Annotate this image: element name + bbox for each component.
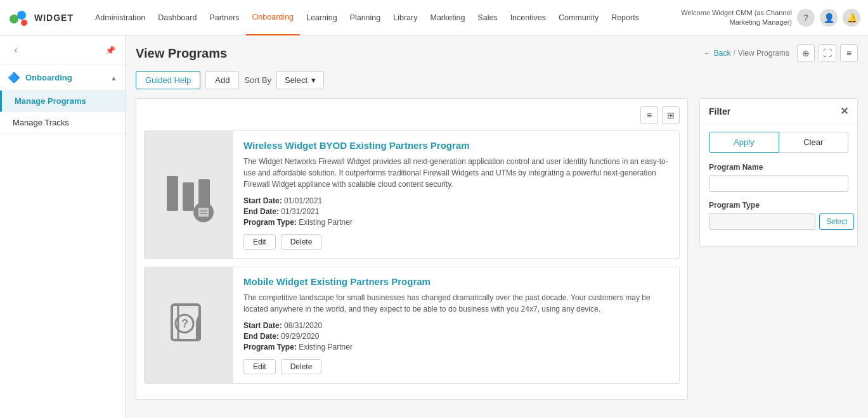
notification-icon[interactable]: 🔔 xyxy=(843,9,860,27)
main-content: View Programs ← Back / View Programs ⊕ ⛶… xyxy=(126,35,868,418)
program-card-1: Wireless Widget BYOD Existing Partners P… xyxy=(144,130,680,259)
content-inner: View Programs ← Back / View Programs ⊕ ⛶… xyxy=(136,44,858,400)
logo: WIDGET xyxy=(8,6,77,29)
nav-item-dashboard[interactable]: Dashboard xyxy=(152,0,203,35)
program-title-1: Wireless Widget BYOD Existing Partners P… xyxy=(243,140,669,151)
breadcrumb: ← Back / View Programs xyxy=(704,49,789,58)
nav-item-learning[interactable]: Learning xyxy=(300,0,344,35)
chevron-up-icon: ▲ xyxy=(110,74,117,82)
nav-item-onboarding[interactable]: Onboarding xyxy=(246,0,300,35)
sidebar-section-label: Onboarding xyxy=(25,73,72,82)
user-icon[interactable]: 👤 xyxy=(820,9,838,27)
logo-icon xyxy=(8,6,30,29)
nav-links: Administration Dashboard Partners Onboar… xyxy=(89,0,678,35)
svg-rect-14 xyxy=(196,321,201,340)
svg-point-1 xyxy=(17,11,26,20)
nav-item-reports[interactable]: Reports xyxy=(605,0,645,35)
program-meta-start-1: Start Date: 01/01/2021 xyxy=(243,196,669,205)
programs-top-bar: ≡ ⊞ xyxy=(144,106,680,124)
pin-view-button[interactable]: ⊕ xyxy=(797,44,815,62)
programs-column: ≡ ⊞ xyxy=(136,98,690,400)
program-name-input[interactable] xyxy=(709,175,848,192)
program-meta-start-2: Start Date: 08/31/2020 xyxy=(243,321,669,330)
main-layout: ‹ 📌 🔷 Onboarding ▲ Manage Programs Manag… xyxy=(0,35,868,418)
sort-select-button[interactable]: Select ▾ xyxy=(276,71,324,89)
back-arrow-icon: ← xyxy=(704,49,711,58)
program-thumb-1 xyxy=(145,131,233,258)
add-button[interactable]: Add xyxy=(205,71,239,89)
delete-button-2[interactable]: Delete xyxy=(281,359,322,374)
svg-point-0 xyxy=(10,15,18,23)
menu-view-button[interactable]: ≡ xyxy=(840,44,858,62)
program-image-1 xyxy=(160,167,217,224)
sidebar: ‹ 📌 🔷 Onboarding ▲ Manage Programs Manag… xyxy=(0,35,126,418)
sidebar-top: ‹ 📌 xyxy=(0,35,125,65)
nav-right: Welcome Widget CMM (as Channel Marketing… xyxy=(678,8,860,27)
filter-close-button[interactable]: ✕ xyxy=(840,105,848,117)
program-thumb-2: ? xyxy=(145,267,233,383)
program-title-2: Mobile Widget Existing Partners Program xyxy=(243,276,669,287)
breadcrumb-separator: / xyxy=(734,49,735,58)
top-navigation: WIDGET Administration Dashboard Partners… xyxy=(0,0,868,35)
program-meta-type-2: Program Type: Existing Partner xyxy=(243,343,669,352)
sidebar-item-manage-tracks[interactable]: Manage Tracks xyxy=(0,112,125,134)
program-desc-2: The competitive landscape for small busi… xyxy=(243,292,669,315)
grid-view-button[interactable]: ⊞ xyxy=(662,106,680,124)
page-title: View Programs xyxy=(136,46,704,61)
list-view-button[interactable]: ≡ xyxy=(640,106,658,124)
filter-title: Filter xyxy=(709,106,840,117)
programs-area: ≡ ⊞ xyxy=(136,98,688,400)
content-with-filter: ≡ ⊞ xyxy=(136,98,858,400)
logo-text: WIDGET xyxy=(34,13,74,23)
nav-item-sales[interactable]: Sales xyxy=(471,0,503,35)
svg-point-2 xyxy=(21,20,27,26)
program-actions-2: Edit Delete xyxy=(243,359,669,374)
program-meta-end-1: End Date: 01/31/2021 xyxy=(243,207,669,216)
nav-item-library[interactable]: Library xyxy=(387,0,424,35)
edit-button-1[interactable]: Edit xyxy=(243,234,276,250)
toolbar: Guided Help Add Sort By Select ▾ xyxy=(136,71,858,89)
expand-view-button[interactable]: ⛶ xyxy=(819,44,836,62)
program-name-label: Program Name xyxy=(709,163,848,172)
edit-button-2[interactable]: Edit xyxy=(243,359,276,374)
nav-item-incentives[interactable]: Incentives xyxy=(504,0,552,35)
chevron-down-icon: ▾ xyxy=(311,75,316,85)
breadcrumb-back[interactable]: Back xyxy=(714,49,731,58)
delete-button-1[interactable]: Delete xyxy=(281,234,322,250)
help-icon[interactable]: ? xyxy=(797,9,815,27)
filter-clear-button[interactable]: Clear xyxy=(779,132,849,153)
program-image-2: ? xyxy=(160,297,217,354)
guided-help-button[interactable]: Guided Help xyxy=(136,71,200,89)
header-actions: ⊕ ⛶ ≡ xyxy=(797,44,858,62)
svg-rect-7 xyxy=(198,208,209,217)
program-type-row: Select xyxy=(709,213,848,230)
program-meta-end-2: End Date: 09/29/2020 xyxy=(243,332,669,341)
sidebar-pin-button[interactable]: 📌 xyxy=(103,43,117,57)
program-type-select-button[interactable]: Select xyxy=(819,213,854,230)
program-type-input[interactable] xyxy=(709,213,815,230)
sidebar-section-onboarding[interactable]: 🔷 Onboarding ▲ xyxy=(0,65,125,91)
nav-item-marketing[interactable]: Marketing xyxy=(424,0,471,35)
program-type-label: Program Type xyxy=(709,201,848,210)
nav-item-administration[interactable]: Administration xyxy=(89,0,152,35)
sidebar-item-manage-programs[interactable]: Manage Programs xyxy=(0,91,125,112)
filter-actions: Apply Clear xyxy=(709,132,848,153)
onboarding-section-icon: 🔷 xyxy=(8,72,20,84)
program-desc-1: The Widget Networks Firewall Widget prov… xyxy=(243,156,669,190)
program-info-2: Mobile Widget Existing Partners Program … xyxy=(233,267,679,383)
user-welcome: Welcome Widget CMM (as Channel Marketing… xyxy=(678,8,792,27)
sidebar-collapse-button[interactable]: ‹ xyxy=(8,42,24,58)
nav-item-community[interactable]: Community xyxy=(552,0,605,35)
nav-item-partners[interactable]: Partners xyxy=(203,0,245,35)
svg-text:?: ? xyxy=(181,317,188,330)
filter-body: Apply Clear Program Name Program Type Se… xyxy=(700,124,857,246)
breadcrumb-current: View Programs xyxy=(738,49,789,58)
filter-apply-button[interactable]: Apply xyxy=(709,132,779,153)
program-info-1: Wireless Widget BYOD Existing Partners P… xyxy=(233,131,679,258)
sort-by-label: Sort By xyxy=(244,75,271,85)
filter-header: Filter ✕ xyxy=(700,99,857,124)
program-card-2: ? Mobile Widget Existing Partners Progra… xyxy=(144,267,680,384)
page-header: View Programs ← Back / View Programs ⊕ ⛶… xyxy=(136,44,858,62)
filter-panel: Filter ✕ Apply Clear Program Name Progra… xyxy=(699,98,858,247)
nav-item-planning[interactable]: Planning xyxy=(344,0,387,35)
